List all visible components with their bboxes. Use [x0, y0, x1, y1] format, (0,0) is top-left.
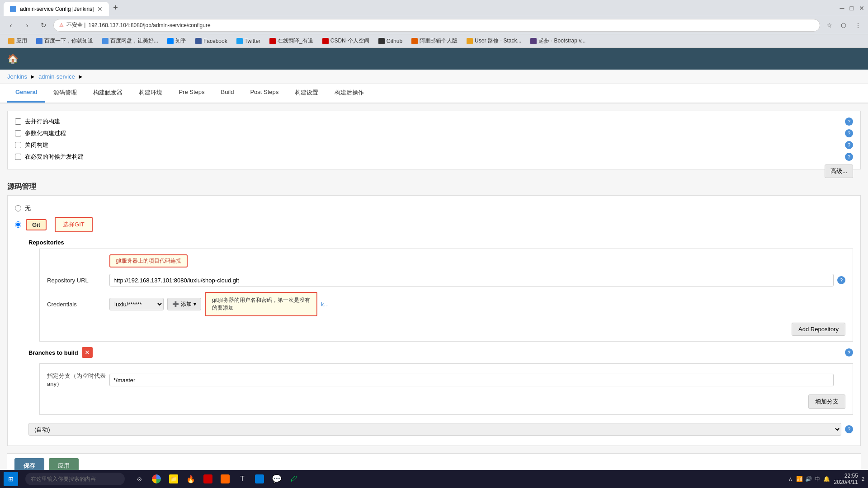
tab-triggers[interactable]: 构建触发器	[85, 84, 131, 103]
scm-none-radio[interactable]	[15, 205, 21, 211]
breadcrumb-separator-2: ►	[78, 73, 84, 80]
jenkins-logo[interactable]: 🏠	[7, 53, 19, 64]
scm-none-label: 无	[25, 204, 31, 212]
repositories-section: git服务器上的项目代码连接 Repository URL ? Credenti…	[39, 249, 853, 342]
more-link[interactable]: k...	[321, 301, 329, 308]
taskbar-time: 22:55 2020/4/11	[834, 473, 858, 485]
tab-post-steps[interactable]: Post Steps	[242, 84, 287, 103]
bookmark-baidu2[interactable]: 百度网盘，让美好...	[99, 36, 162, 46]
start-button[interactable]: ⊞	[4, 472, 18, 486]
bookmark-twitter[interactable]: Twitter	[233, 37, 264, 46]
app8-icon[interactable]: 💬	[269, 472, 284, 486]
config-tabs: General 源码管理 构建触发器 构建环境 Pre Steps Build …	[0, 84, 868, 103]
scm-git-radio[interactable]	[15, 221, 21, 228]
windows-icon: ⊞	[8, 475, 14, 483]
minimize-button[interactable]: ─	[840, 5, 844, 12]
menu-icon[interactable]: ⋮	[853, 20, 863, 31]
tab-scm[interactable]: 源码管理	[45, 84, 85, 103]
add-branch-button[interactable]: 增加分支	[808, 394, 845, 409]
bookmark-apps[interactable]: 应用	[5, 36, 31, 46]
tab-settings[interactable]: 构建设置	[287, 84, 326, 103]
input-icon[interactable]: 中	[814, 475, 821, 483]
volume-icon[interactable]: 🔊	[805, 475, 812, 483]
tab-post-build[interactable]: 构建后操作	[326, 84, 372, 103]
tab-close-button[interactable]: ✕	[97, 5, 103, 13]
parameterized-build-help[interactable]: ?	[845, 129, 853, 137]
app6-icon[interactable]: T	[235, 472, 250, 486]
tab-general[interactable]: General	[7, 84, 45, 103]
app5-icon[interactable]	[218, 472, 232, 486]
network-icon[interactable]: 📶	[796, 475, 803, 483]
bookmark-favicon	[195, 38, 202, 44]
bookmark-aliyun[interactable]: 阿里邮箱个人版	[408, 36, 461, 46]
breadcrumb-service-link[interactable]: admin-service	[38, 73, 75, 80]
credentials-select[interactable]: luxiu/******	[109, 298, 164, 310]
bookmark-zhihu[interactable]: 知乎	[164, 36, 190, 46]
delete-branch-button[interactable]: ✕	[82, 347, 93, 358]
concurrent-builds-option: 去并行的构建 ?	[15, 116, 853, 127]
disable-build-help[interactable]: ?	[845, 141, 853, 149]
bookmark-baidu1[interactable]: 百度一下，你就知道	[33, 36, 97, 46]
add-repository-button[interactable]: Add Repository	[792, 323, 845, 336]
advanced-button[interactable]: 高级...	[825, 164, 853, 178]
tab-title: admin-service Config [Jenkins]	[20, 6, 94, 12]
browser2-icon[interactable]: 🔥	[184, 472, 198, 486]
git-badge[interactable]: Git	[26, 219, 47, 230]
bookmark-favicon	[530, 38, 537, 44]
tab-pre-steps[interactable]: Pre Steps	[170, 84, 212, 103]
chrome-taskbar-icon[interactable]	[149, 472, 164, 486]
bookmark-youdao[interactable]: 在线翻译_有道	[266, 36, 317, 46]
notification-badge[interactable]: 2	[862, 476, 864, 482]
new-tab-button[interactable]: +	[109, 2, 122, 14]
repo-url-input[interactable]	[109, 274, 834, 286]
add-credentials-button[interactable]: ➕ 添加 ▾	[167, 298, 201, 310]
branches-help[interactable]: ?	[845, 348, 853, 357]
bookmark-github[interactable]: Github	[375, 37, 406, 46]
bookmark-csdn[interactable]: CSDN-个人空间	[319, 36, 373, 46]
idea-icon[interactable]	[201, 472, 215, 486]
bookmark-bootstrap[interactable]: 起步 · Bootstrap v...	[527, 36, 589, 46]
time-display: 22:55	[834, 473, 858, 479]
concurrent-builds2-checkbox[interactable]	[15, 154, 21, 160]
credentials-callout-line2: 的要添加	[212, 304, 310, 312]
tab-env[interactable]: 构建环境	[131, 84, 170, 103]
branch-specifier-input[interactable]	[109, 374, 834, 386]
bookmark-label: 百度网盘，让美好...	[110, 37, 158, 45]
concurrent-builds2-help[interactable]: ?	[845, 153, 853, 161]
bookmark-favicon	[269, 38, 276, 44]
concurrent-builds-checkbox[interactable]	[15, 118, 21, 125]
back-button[interactable]: ‹	[5, 19, 17, 32]
bookmark-label: 阿里邮箱个人版	[420, 37, 458, 45]
star-icon[interactable]: ☆	[824, 20, 835, 31]
disable-build-checkbox[interactable]	[15, 142, 21, 148]
tab-favicon	[10, 6, 16, 12]
maximize-button[interactable]: □	[850, 5, 854, 12]
dropdown-select[interactable]: (自动)	[28, 423, 841, 436]
taskbar-search-input[interactable]	[25, 473, 125, 485]
forward-button[interactable]: ›	[21, 19, 33, 32]
dropdown-help[interactable]: ?	[845, 425, 853, 433]
file-explorer-icon[interactable]: 📁	[166, 472, 181, 486]
taskbar: ⊞ ⊙ 📁 🔥 T 💬 🖊 ∧ 📶 🔊 中 🔔 22:55 2020/4/11	[0, 470, 868, 488]
repo-url-help[interactable]: ?	[837, 276, 845, 284]
concurrent-builds-help[interactable]: ?	[845, 117, 853, 126]
parameterized-build-checkbox[interactable]	[15, 130, 21, 136]
systray-up-icon[interactable]: ∧	[787, 475, 794, 483]
active-tab[interactable]: admin-service Config [Jenkins] ✕	[4, 2, 109, 16]
tab-build[interactable]: Build	[213, 84, 242, 103]
cortana-icon[interactable]: ⊙	[132, 472, 146, 486]
address-url: 192.168.137.104:8080/job/admin-service/c…	[88, 22, 210, 28]
bookmark-facebook[interactable]: Facebook	[192, 37, 231, 46]
reload-button[interactable]: ↻	[37, 19, 50, 32]
address-bar[interactable]: ⚠ 不安全 | 192.168.137.104:8080/job/admin-s…	[53, 19, 820, 32]
notification-icon[interactable]: 🔔	[823, 475, 830, 483]
close-button[interactable]: ✕	[859, 5, 864, 12]
app7-icon[interactable]	[252, 472, 267, 486]
bookmark-label: User 路修 - Stack...	[475, 37, 521, 45]
app9-icon[interactable]: 🖊	[287, 472, 301, 486]
bookmark-favicon	[167, 38, 174, 44]
breadcrumb-jenkins-link[interactable]: Jenkins	[7, 73, 27, 80]
credentials-label: Credentials	[47, 301, 106, 308]
bookmark-stackoverflow[interactable]: User 路修 - Stack...	[463, 36, 525, 46]
extensions-icon[interactable]: ⬡	[838, 20, 849, 31]
